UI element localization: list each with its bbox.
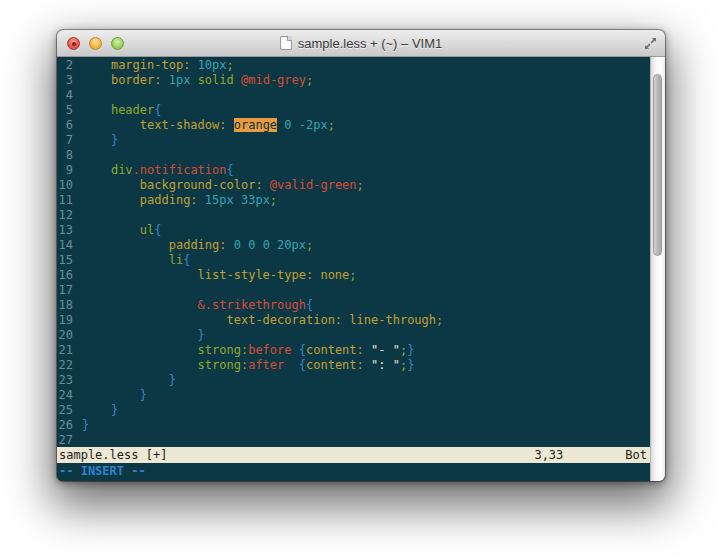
code-text: &.strikethrough{ bbox=[82, 298, 313, 313]
line-number: 16 bbox=[57, 268, 82, 283]
line-number: 20 bbox=[57, 328, 82, 343]
code-line[interactable]: 15 li{ bbox=[57, 253, 650, 268]
line-number: 15 bbox=[57, 253, 82, 268]
code-line[interactable]: 23 } bbox=[57, 373, 650, 388]
code-line[interactable]: 25 } bbox=[57, 403, 650, 418]
code-text: } bbox=[82, 373, 176, 388]
minimize-button[interactable] bbox=[89, 37, 102, 50]
code-text: padding: 15px 33px; bbox=[82, 193, 277, 208]
line-number: 8 bbox=[57, 148, 82, 163]
code-lines[interactable]: 2 margin-top: 10px;3 border: 1px solid @… bbox=[57, 57, 650, 447]
code-line[interactable]: 24 } bbox=[57, 388, 650, 403]
code-text: } bbox=[82, 403, 118, 418]
window-body: 2 margin-top: 10px;3 border: 1px solid @… bbox=[57, 57, 665, 481]
code-text: border: 1px solid @mid-grey; bbox=[82, 73, 313, 88]
code-line[interactable]: 27 bbox=[57, 433, 650, 447]
code-text: padding: 0 0 0 20px; bbox=[82, 238, 313, 253]
code-line[interactable]: 21 strong:before {content: "- ";} bbox=[57, 343, 650, 358]
code-line[interactable]: 22 strong:after {content: ": ";} bbox=[57, 358, 650, 373]
code-line[interactable]: 6 text-shadow: orange 0 -2px; bbox=[57, 118, 650, 133]
code-line[interactable]: 18 &.strikethrough{ bbox=[57, 298, 650, 313]
window-controls bbox=[67, 37, 124, 50]
code-text: } bbox=[82, 133, 118, 148]
status-scroll-position: Bot bbox=[625, 447, 647, 463]
code-line[interactable]: 26} bbox=[57, 418, 650, 433]
line-number: 23 bbox=[57, 373, 82, 388]
line-number: 10 bbox=[57, 178, 82, 193]
zoom-button[interactable] bbox=[111, 37, 124, 50]
scrollbar[interactable] bbox=[650, 57, 665, 481]
desktop-background: sample.less + (~) – VIM1 2 margin-top: 1… bbox=[0, 0, 720, 559]
line-number: 11 bbox=[57, 193, 82, 208]
status-filename: sample.less [+] bbox=[59, 447, 534, 463]
code-text: li{ bbox=[82, 253, 190, 268]
line-number: 26 bbox=[57, 418, 82, 433]
code-line[interactable]: 14 padding: 0 0 0 20px; bbox=[57, 238, 650, 253]
window-title: sample.less + (~) – VIM1 bbox=[298, 36, 443, 51]
line-number: 18 bbox=[57, 298, 82, 313]
code-line[interactable]: 4 bbox=[57, 88, 650, 103]
title-group: sample.less + (~) – VIM1 bbox=[280, 36, 443, 51]
line-number: 7 bbox=[57, 133, 82, 148]
code-text: strong:after {content: ": ";} bbox=[82, 358, 414, 373]
editor-column: 2 margin-top: 10px;3 border: 1px solid @… bbox=[57, 57, 650, 481]
status-cursor-position: 3,33 bbox=[534, 447, 563, 463]
code-line[interactable]: 2 margin-top: 10px; bbox=[57, 58, 650, 73]
code-text: div.notification{ bbox=[82, 163, 234, 178]
code-line[interactable]: 5 header{ bbox=[57, 103, 650, 118]
line-number: 12 bbox=[57, 208, 82, 223]
line-number: 9 bbox=[57, 163, 82, 178]
code-text: ul{ bbox=[82, 223, 161, 238]
line-number: 13 bbox=[57, 223, 82, 238]
line-number: 14 bbox=[57, 238, 82, 253]
code-text: margin-top: 10px; bbox=[82, 58, 234, 73]
line-number: 4 bbox=[57, 88, 82, 103]
line-number: 21 bbox=[57, 343, 82, 358]
insert-mode-indicator: -- INSERT -- bbox=[59, 464, 146, 478]
close-button[interactable] bbox=[67, 37, 80, 50]
code-line[interactable]: 13 ul{ bbox=[57, 223, 650, 238]
code-text: strong:before {content: "- ";} bbox=[82, 343, 414, 358]
code-text: } bbox=[82, 388, 147, 403]
code-text: text-decoration: line-through; bbox=[82, 313, 443, 328]
line-number: 2 bbox=[57, 58, 82, 73]
code-text: } bbox=[82, 328, 205, 343]
vim-command-line: -- INSERT -- bbox=[57, 463, 650, 481]
code-text: background-color: @valid-green; bbox=[82, 178, 364, 193]
line-number: 3 bbox=[57, 73, 82, 88]
line-number: 25 bbox=[57, 403, 82, 418]
fullscreen-icon[interactable] bbox=[643, 36, 658, 51]
code-text: header{ bbox=[82, 103, 162, 118]
document-icon bbox=[280, 36, 292, 50]
line-number: 6 bbox=[57, 118, 82, 133]
code-line[interactable]: 10 background-color: @valid-green; bbox=[57, 178, 650, 193]
code-line[interactable]: 8 bbox=[57, 148, 650, 163]
search-highlight: orange bbox=[234, 118, 277, 132]
line-number: 22 bbox=[57, 358, 82, 373]
code-line[interactable]: 9 div.notification{ bbox=[57, 163, 650, 178]
line-number: 17 bbox=[57, 283, 82, 298]
code-line[interactable]: 7 } bbox=[57, 133, 650, 148]
scrollbar-thumb[interactable] bbox=[653, 74, 662, 256]
code-text: text-shadow: orange 0 -2px; bbox=[82, 118, 335, 133]
code-text: } bbox=[82, 418, 89, 433]
line-number: 24 bbox=[57, 388, 82, 403]
code-line[interactable]: 3 border: 1px solid @mid-grey; bbox=[57, 73, 650, 88]
code-text: list-style-type: none; bbox=[82, 268, 357, 283]
code-line[interactable]: 20 } bbox=[57, 328, 650, 343]
vim-window: sample.less + (~) – VIM1 2 margin-top: 1… bbox=[57, 30, 665, 481]
code-line[interactable]: 17 bbox=[57, 283, 650, 298]
line-number: 5 bbox=[57, 103, 82, 118]
code-line[interactable]: 11 padding: 15px 33px; bbox=[57, 193, 650, 208]
vim-statusline: sample.less [+] 3,33 Bot bbox=[57, 447, 650, 463]
code-line[interactable]: 16 list-style-type: none; bbox=[57, 268, 650, 283]
line-number: 19 bbox=[57, 313, 82, 328]
line-number: 27 bbox=[57, 433, 82, 447]
code-line[interactable]: 19 text-decoration: line-through; bbox=[57, 313, 650, 328]
title-bar[interactable]: sample.less + (~) – VIM1 bbox=[57, 30, 665, 57]
code-line[interactable]: 12 bbox=[57, 208, 650, 223]
